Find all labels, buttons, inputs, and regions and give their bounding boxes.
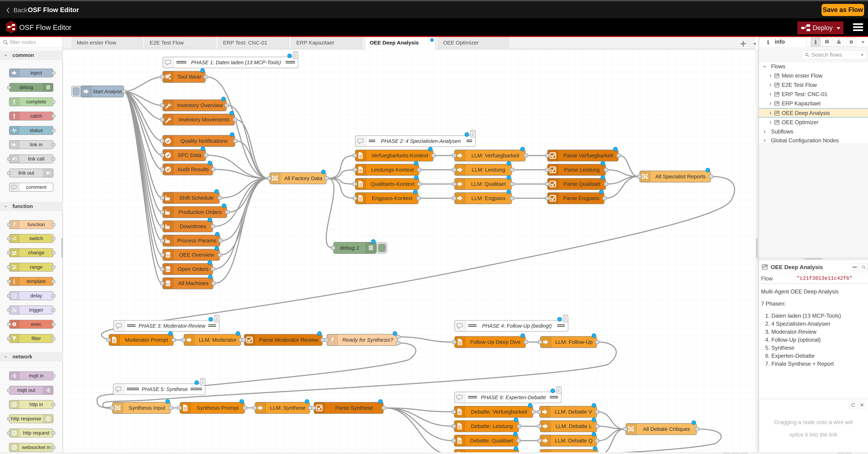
svg-text:Downtimes: Downtimes [180,223,206,229]
svg-text:Process Params: Process Params [177,238,216,243]
svg-text:Quality Notifications: Quality Notifications [181,138,228,144]
svg-text:PHASE 2: 4 Spezialisten-Analys: PHASE 2: 4 Spezialisten-Analysen [381,138,461,144]
svg-text:Leistungs-Kontext: Leistungs-Kontext [371,167,414,173]
svg-text:LLM: Verfuegbarkeit: LLM: Verfuegbarkeit [471,153,519,158]
svg-text:Parse Qualitaet: Parse Qualitaet [563,181,600,187]
svg-text:Audit Results: Audit Results [178,167,209,172]
svg-text:PHASE 5: Synthese: PHASE 5: Synthese [142,386,188,392]
svg-text:PHASE 4: Follow-Up (bedingt): PHASE 4: Follow-Up (bedingt) [482,323,552,329]
svg-text:Start Analysis: Start Analysis [92,89,123,94]
svg-text:Parse Verfuegbarkeit: Parse Verfuegbarkeit [563,153,613,158]
svg-text:template: template [27,278,46,284]
svg-text:Production Orders: Production Orders [179,209,222,215]
svg-text:filter: filter [31,336,41,341]
svg-text:Debatte: Verfuegbarkeit: Debatte: Verfuegbarkeit [471,409,527,415]
svg-text:link in: link in [30,142,43,147]
svg-text:Engpass-Kontext: Engpass-Kontext [372,195,412,201]
svg-text:Moderator Prompt: Moderator Prompt [125,337,168,343]
svg-text:LLM: Debatte V: LLM: Debatte V [555,409,592,415]
svg-text:Synthesis Prompt: Synthesis Prompt [197,405,239,411]
svg-text:exec: exec [31,322,41,327]
svg-text:mqtt out: mqtt out [17,388,35,393]
svg-text:inject: inject [30,70,42,75]
svg-text:Debatte: Leistung: Debatte: Leistung [471,423,513,429]
svg-text:LLM: Synthese: LLM: Synthese [270,405,306,411]
svg-text:Verfuegbarkeits-Kontext: Verfuegbarkeits-Kontext [371,153,428,158]
svg-text:catch: catch [30,113,42,119]
svg-text:network: network [12,354,32,360]
svg-text:Inventory Movements: Inventory Movements [179,117,229,122]
svg-text:PHASE 1: Daten laden (13 MCP-T: PHASE 1: Daten laden (13 MCP-Tools) [191,60,281,65]
svg-text:complete: complete [26,99,46,104]
svg-text:Debatte: Qualitaet: Debatte: Qualitaet [470,437,513,444]
svg-text:Inventory Overview: Inventory Overview [177,102,223,108]
svg-text:Shift Schedule: Shift Schedule [179,195,214,201]
svg-text:link out: link out [18,170,34,176]
svg-text:link call: link call [28,156,44,161]
svg-text:http in: http in [29,402,43,407]
svg-text:Parse Leistung: Parse Leistung [564,167,599,173]
svg-text:Parse Engpass: Parse Engpass [563,195,599,201]
svg-text:LLM: Engpass: LLM: Engpass [471,195,506,201]
svg-text:All Factory Data: All Factory Data [284,175,322,181]
svg-text:LLM: Follow-Up: LLM: Follow-Up [555,339,592,345]
svg-text:OEE Overview: OEE Overview [179,252,214,258]
svg-text:mqtt in: mqtt in [29,373,43,379]
svg-text:range: range [30,264,43,270]
svg-text:All Specialist Reports: All Specialist Reports [655,174,706,179]
svg-text:LLM: Debatte Q: LLM: Debatte Q [555,437,593,444]
svg-text:LLM: Leistung: LLM: Leistung [472,167,505,173]
svg-text:function: function [12,204,33,209]
svg-text:Qualitaets-Kontext: Qualitaets-Kontext [371,181,414,187]
svg-text:Parse Synthese: Parse Synthese [335,405,373,411]
svg-text:Ready for Synthesis?: Ready for Synthesis? [342,337,393,343]
svg-text:switch: switch [29,236,43,241]
svg-text:debug: debug [20,85,33,90]
svg-text:websocket in: websocket in [22,445,51,450]
svg-text:PHASE 3: Moderator-Review: PHASE 3: Moderator-Review [138,323,206,329]
svg-text:LLM: Debatte L: LLM: Debatte L [555,423,592,429]
svg-text:LLM: Qualitaet: LLM: Qualitaet [471,181,506,187]
svg-text:debug 1: debug 1 [340,245,359,251]
svg-text:function: function [27,222,45,227]
svg-text:http response: http response [11,416,41,421]
svg-text:status: status [30,128,43,133]
svg-text:Follow-Up Deep Dive: Follow-Up Deep Dive [470,339,521,345]
svg-text:SPC Data: SPC Data [178,152,202,158]
svg-text:Open Orders: Open Orders [178,266,209,272]
svg-text:LLM: Moderator: LLM: Moderator [199,337,237,343]
svg-text:change: change [28,250,44,255]
svg-text:comment: comment [26,184,46,190]
svg-text:http request: http request [23,430,50,436]
svg-text:All Machines: All Machines [178,280,209,286]
svg-text:delay: delay [30,293,42,299]
svg-text:All Debate Critiques: All Debate Critiques [643,426,690,432]
svg-text:trigger: trigger [29,307,43,313]
svg-text:Tool Wear: Tool Wear [178,74,202,80]
svg-text:PHASE 6: Experten-Debatte: PHASE 6: Experten-Debatte [481,395,546,400]
svg-text:Parse Moderator Review: Parse Moderator Review [259,337,318,343]
svg-text:Synthesis Input: Synthesis Input [128,405,165,411]
svg-text:common: common [12,52,34,58]
